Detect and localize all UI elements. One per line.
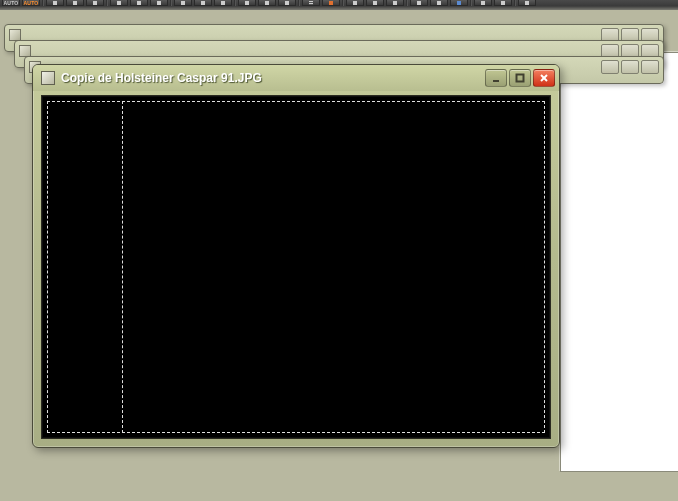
toolbar-button[interactable] (214, 0, 232, 6)
plus-icon (221, 1, 225, 5)
toolbar-button[interactable] (130, 0, 148, 6)
dot-icon (265, 1, 269, 5)
tool-icon (437, 1, 441, 5)
plus-icon (93, 1, 97, 5)
close-icon (539, 73, 549, 83)
toolbar-auto-off-button[interactable]: AUTO (2, 0, 20, 6)
toolbar-button[interactable] (430, 0, 448, 6)
minus-icon (117, 1, 121, 5)
toolbar-button[interactable] (518, 0, 536, 6)
toolbar-separator (514, 0, 516, 6)
tool-icon (373, 1, 377, 5)
toolbar-button[interactable] (110, 0, 128, 6)
toolbar-separator (470, 0, 472, 6)
workspace: Copie de Holsteiner Caspar 91.JPG (0, 10, 678, 501)
window-title: Copie de Holsteiner Caspar 91.JPG (61, 71, 262, 85)
toolbar-zoom-out-button[interactable] (46, 0, 64, 6)
tool-icon (525, 1, 529, 5)
tool-icon (353, 1, 357, 5)
tool-icon (501, 1, 505, 5)
toolbar-auto-on-button[interactable]: AUTO (22, 0, 40, 6)
toolbar-grid-button[interactable] (302, 0, 320, 6)
toolbar-button[interactable] (346, 0, 364, 6)
image-canvas[interactable] (41, 95, 551, 439)
plus-icon (285, 1, 289, 5)
maximize-button[interactable] (621, 60, 639, 74)
tool-icon (457, 1, 461, 5)
dot-icon (201, 1, 205, 5)
window-titlebar[interactable]: Copie de Holsteiner Caspar 91.JPG (33, 65, 559, 91)
grid-icon (309, 1, 313, 5)
toolbar-button[interactable] (366, 0, 384, 6)
grid-highlight-icon (329, 1, 333, 5)
tool-icon (417, 1, 421, 5)
minimize-icon (491, 73, 501, 83)
toolbar-zoom-in-button[interactable] (86, 0, 104, 6)
toolbar-button[interactable] (386, 0, 404, 6)
toolbar-button[interactable] (278, 0, 296, 6)
tool-icon (393, 1, 397, 5)
app-toolbar: AUTO AUTO (0, 0, 678, 10)
toolbar-button[interactable] (474, 0, 492, 6)
svg-rect-1 (517, 75, 524, 82)
toolbar-zoom-reset-button[interactable] (66, 0, 84, 6)
plus-icon (157, 1, 161, 5)
minimize-button[interactable] (601, 60, 619, 74)
minus-icon (181, 1, 185, 5)
toolbar-separator (170, 0, 172, 6)
minus-icon (53, 1, 57, 5)
maximize-icon (515, 73, 525, 83)
minus-icon (245, 1, 249, 5)
toolbar-separator (234, 0, 236, 6)
dot-icon (73, 1, 77, 5)
side-panel (560, 52, 678, 472)
toolbar-button[interactable] (410, 0, 428, 6)
maximize-button[interactable] (509, 69, 531, 87)
image-window: Copie de Holsteiner Caspar 91.JPG (32, 64, 560, 448)
toolbar-button[interactable] (494, 0, 512, 6)
toolbar-button[interactable] (194, 0, 212, 6)
toolbar-grid-highlight-button[interactable] (322, 0, 340, 6)
close-button[interactable] (641, 60, 659, 74)
toolbar-separator (342, 0, 344, 6)
toolbar-button[interactable] (258, 0, 276, 6)
toolbar-button[interactable] (450, 0, 468, 6)
toolbar-separator (42, 0, 44, 6)
toolbar-separator (298, 0, 300, 6)
tool-icon (481, 1, 485, 5)
close-button[interactable] (533, 69, 555, 87)
dot-icon (137, 1, 141, 5)
toolbar-button[interactable] (174, 0, 192, 6)
minimize-button[interactable] (485, 69, 507, 87)
selection-marquee (47, 101, 545, 433)
toolbar-button[interactable] (238, 0, 256, 6)
toolbar-separator (106, 0, 108, 6)
image-icon (41, 71, 55, 85)
selection-divider (122, 101, 123, 433)
toolbar-separator (406, 0, 408, 6)
toolbar-button[interactable] (150, 0, 168, 6)
